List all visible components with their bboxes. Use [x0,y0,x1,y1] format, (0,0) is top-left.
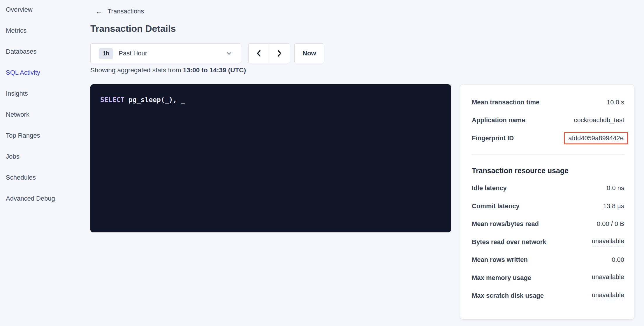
stats-prefix: Showing aggregated stats from [90,66,183,74]
time-range-dropdown[interactable]: 1h Past Hour [90,43,241,63]
unavailable-value-tooltip[interactable]: unavailable [592,291,624,300]
row-label: Idle latency [472,184,507,192]
fingerprint-id-row: Fingerprint ID afdd4059a899442e [472,129,624,147]
sidebar-item-insights[interactable]: Insights [6,89,87,110]
aggregated-stats-line: Showing aggregated stats from 13:00 to 1… [90,66,246,74]
resource-rows: Idle latency 0.0 ns Commit latency 13.8 … [472,179,624,305]
sidebar-item-overview[interactable]: Overview [6,5,87,26]
resource-usage-section-title: Transaction resource usage [472,166,624,176]
application-name-row: Application name cockroachdb_test [472,111,624,129]
unavailable-value-tooltip[interactable]: unavailable [592,273,624,282]
sql-keyword: SELECT [100,96,124,104]
row-label: Max memory usage [472,274,531,282]
row-label: Mean rows/bytes read [472,220,539,228]
sidebar-item-jobs[interactable]: Jobs [6,152,87,173]
row-value: 0.00 / 0 B [597,220,624,228]
row-value: 0.00 [612,256,624,264]
sidebar-item-databases[interactable]: Databases [6,47,87,68]
sql-statement-text: pg_sleep(_), _ [124,96,185,104]
chevron-left-icon [256,49,262,57]
chevron-right-icon [277,49,282,57]
max-memory-usage-row: Max memory usage unavailable [472,269,624,287]
summary-rows: Mean transaction time 10.0 s Application… [472,85,624,147]
unavailable-value-tooltip[interactable]: unavailable [592,237,624,246]
sidebar-item-schedules[interactable]: Schedules [6,173,87,194]
chevron-down-icon [226,50,233,57]
time-range-pager [248,43,290,63]
back-arrow-icon: ← [95,8,103,15]
transaction-details-card: Mean transaction time 10.0 s Application… [460,85,634,319]
row-value: 13.8 µs [603,202,624,210]
row-label: Application name [472,116,525,124]
time-range-controls: 1h Past Hour Now [90,43,324,63]
sidebar-item-sql-activity[interactable]: SQL Activity [6,68,87,89]
commit-latency-row: Commit latency 13.8 µs [472,197,624,215]
idle-latency-row: Idle latency 0.0 ns [472,179,624,197]
row-value: 10.0 s [607,99,624,106]
row-label: Commit latency [472,202,520,210]
mean-rows-bytes-read-row: Mean rows/bytes read 0.00 / 0 B [472,215,624,233]
sidebar-item-top-ranges[interactable]: Top Ranges [6,131,87,152]
row-label: Fingerprint ID [472,134,514,142]
card-divider [472,154,624,155]
row-label: Bytes read over network [472,238,546,246]
time-range-badge: 1h [99,48,113,59]
row-value: cockroachdb_test [574,116,624,124]
max-scratch-disk-usage-row: Max scratch disk usage unavailable [472,287,624,305]
mean-transaction-time-row: Mean transaction time 10.0 s [472,93,624,111]
page-title: Transaction Details [90,23,176,34]
sidebar-item-advanced-debug[interactable]: Advanced Debug [6,194,87,215]
bytes-read-over-network-row: Bytes read over network unavailable [472,233,624,251]
mean-rows-written-row: Mean rows written 0.00 [472,251,624,269]
prev-time-range-button[interactable] [249,44,269,63]
sql-statement-box: SELECT pg_sleep(_), _ [90,84,451,232]
sidebar-item-network[interactable]: Network [6,110,87,131]
row-label: Mean transaction time [472,99,539,106]
stats-range: 13:00 to 14:39 (UTC) [183,66,246,74]
sidebar-nav: Overview Metrics Databases SQL Activity … [0,0,87,326]
sidebar-item-metrics[interactable]: Metrics [6,26,87,47]
row-label: Max scratch disk usage [472,292,544,299]
transaction-details-page: Overview Metrics Databases SQL Activity … [0,0,644,326]
row-value: 0.0 ns [607,184,624,192]
next-time-range-button[interactable] [269,44,290,63]
back-to-transactions-link[interactable]: ← Transactions [95,8,144,15]
breadcrumb-label: Transactions [108,8,144,15]
fingerprint-id-value-highlighted: afdd4059a899442e [564,132,628,144]
now-button[interactable]: Now [294,43,324,63]
now-button-label: Now [302,50,316,57]
row-label: Mean rows written [472,256,528,264]
time-range-selected: Past Hour [119,50,147,57]
